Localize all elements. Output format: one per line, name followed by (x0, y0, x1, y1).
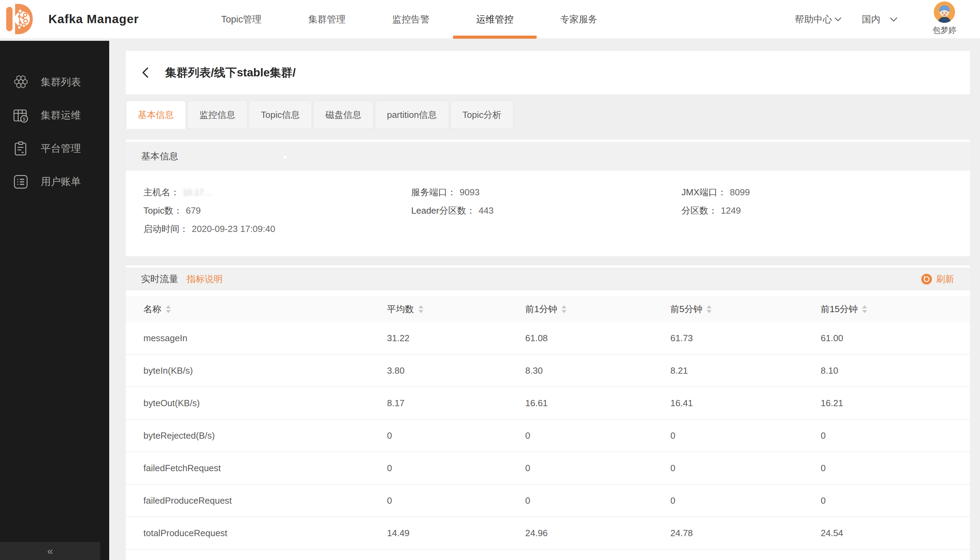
arrow-left-icon (142, 67, 155, 78)
sidebar-item-label: 平台管理 (41, 142, 81, 155)
column-label: 前1分钟 (525, 303, 557, 315)
refresh-label: 刷新 (936, 273, 954, 285)
column-label: 前5分钟 (671, 303, 702, 315)
detail-tabs: 基本信息监控信息Topic信息磁盘信息partition信息Topic分析 (126, 101, 970, 129)
tab-0[interactable]: 基本信息 (126, 101, 186, 129)
metric-value: 0 (821, 430, 970, 441)
help-center-menu[interactable]: 帮助中心 (795, 0, 842, 39)
region-select[interactable]: 国内 (862, 0, 898, 39)
bill-list-icon (13, 174, 28, 190)
field-service-port: 服务端口： 9093 (411, 183, 681, 202)
nav-tab-4[interactable]: 专家服务 (560, 0, 597, 39)
sidebar-item-cluster-list[interactable]: 集群列表 (0, 66, 109, 99)
sidebar-collapse-button[interactable]: « (0, 542, 100, 560)
metric-value: 24.54 (821, 528, 970, 538)
app-title: Kafka Manager (48, 12, 139, 26)
tab-2[interactable]: Topic信息 (249, 101, 312, 129)
table-header-row: 名称平均数前1分钟前5分钟前15分钟 (126, 296, 970, 322)
column-header-3[interactable]: 前5分钟 (671, 303, 821, 315)
metric-name: totalProduceRequest (143, 528, 387, 538)
main-content: 集群列表/线下stable集群/ 基本信息监控信息Topic信息磁盘信息part… (109, 39, 980, 560)
user-menu[interactable]: 包梦婷 (925, 2, 963, 36)
sidebar-item-cluster-ops[interactable]: $ 集群运维 (0, 99, 109, 132)
table-row-failedFetchRequest: failedFetchRequest0000 (126, 452, 970, 485)
metric-value: 0 (671, 495, 821, 506)
metric-value: 0 (821, 463, 970, 473)
tab-5[interactable]: Topic分析 (450, 101, 514, 129)
metric-value: 0 (671, 430, 821, 441)
sort-carets-icon[interactable] (862, 305, 867, 313)
metric-value: 16.21 (821, 398, 970, 408)
sidebar-item-label: 集群列表 (41, 75, 81, 89)
ops-table-coin-icon: $ (13, 108, 28, 123)
metric-explain-link[interactable]: 指标说明 (186, 273, 223, 285)
table-row-byteIn(KB/s): byteIn(KB/s)3.808.308.218.10 (126, 355, 970, 387)
metric-value: 61.08 (525, 333, 671, 343)
kafka-manager-logo-icon (6, 3, 33, 35)
basic-info-fields: 主机名： 10.17… Topic数： 679 启动时间： 2020-09-23… (126, 171, 970, 256)
column-header-2[interactable]: 前1分钟 (525, 303, 671, 315)
metric-value: 0 (525, 463, 671, 473)
column-label: 前15分钟 (821, 303, 858, 315)
avatar (934, 2, 955, 23)
sort-carets-icon[interactable] (418, 305, 423, 313)
nav-tab-1[interactable]: 集群管理 (308, 0, 346, 39)
cursor-dot-artifact (283, 155, 286, 159)
honeycomb-cluster-icon (13, 75, 28, 90)
table-row-byteOut(KB/s): byteOut(KB/s)8.1716.6116.4116.21 (126, 387, 970, 420)
sidebar: 集群列表 $ 集群运维 平台管理 用户账单 (0, 41, 109, 560)
metric-value: 0 (525, 495, 671, 506)
column-header-4[interactable]: 前15分钟 (821, 303, 970, 315)
metric-value: 0 (821, 495, 970, 506)
user-name: 包梦婷 (933, 25, 957, 36)
nav-tab-3[interactable]: 运维管控 (476, 0, 514, 39)
sidebar-item-platform-mgmt[interactable]: 平台管理 (0, 132, 109, 165)
tab-1[interactable]: 监控信息 (187, 101, 248, 129)
metric-value: 0 (387, 430, 525, 441)
metric-value: 8.17 (387, 398, 525, 408)
chevron-down-icon (834, 17, 842, 22)
table-row-byteRejected(B/s): byteRejected(B/s)0000 (126, 420, 970, 452)
column-header-0[interactable]: 名称 (143, 303, 387, 315)
field-hostname: 主机名： 10.17… (143, 183, 411, 202)
refresh-icon (921, 274, 932, 285)
section-title: 实时流量 (141, 273, 178, 285)
breadcrumb: 集群列表/线下stable集群/ (165, 65, 296, 80)
sort-carets-icon[interactable] (166, 305, 171, 313)
sidebar-item-user-bills[interactable]: 用户账单 (0, 165, 109, 198)
nav-tab-2[interactable]: 监控告警 (392, 0, 429, 39)
breadcrumb-card: 集群列表/线下stable集群/ (126, 51, 970, 94)
metric-value: 61.73 (671, 333, 821, 343)
metric-name: failedProduceRequest (143, 495, 387, 506)
main-nav: Topic管理集群管理监控告警运维管控专家服务 (221, 0, 644, 39)
sort-carets-icon[interactable] (562, 305, 566, 313)
sort-carets-icon[interactable] (707, 305, 712, 313)
chevron-down-icon (890, 17, 898, 22)
table-body: messageIn31.2261.0861.7361.00byteIn(KB/s… (126, 322, 970, 560)
metric-name: byteIn(KB/s) (143, 365, 387, 376)
nav-tab-0[interactable]: Topic管理 (221, 0, 261, 39)
column-header-1[interactable]: 平均数 (387, 303, 525, 315)
section-title: 基本信息 (141, 150, 178, 162)
region-label: 国内 (862, 13, 880, 26)
tab-3[interactable]: 磁盘信息 (313, 101, 374, 129)
metric-value: 14.49 (387, 528, 525, 538)
collapse-chevrons: « (47, 545, 53, 557)
back-button[interactable] (142, 67, 155, 78)
realtime-section-header: 实时流量 指标说明 刷新 (126, 268, 970, 290)
help-center-label: 帮助中心 (795, 13, 832, 26)
metric-value: 0 (671, 463, 821, 473)
column-label: 名称 (143, 303, 161, 315)
sidebar-item-label: 用户账单 (41, 175, 81, 189)
sidebar-menu: 集群列表 $ 集群运维 平台管理 用户账单 (0, 41, 109, 198)
metric-value: 24.78 (671, 528, 821, 538)
field-jmx-port: JMX端口： 8099 (681, 183, 970, 202)
metric-name: byteOut(KB/s) (143, 398, 387, 408)
tab-4[interactable]: partition信息 (375, 101, 449, 129)
refresh-button[interactable]: 刷新 (921, 273, 954, 285)
realtime-flow-card: 实时流量 指标说明 刷新 名称平均数前1分钟前5分钟前15分钟 messageI… (126, 265, 970, 560)
svg-text:$: $ (23, 117, 26, 122)
top-header: Kafka Manager Topic管理集群管理监控告警运维管控专家服务 帮助… (0, 0, 980, 39)
brand-logo[interactable]: Kafka Manager (6, 3, 139, 35)
basic-info-section-header: 基本信息 (126, 142, 970, 171)
